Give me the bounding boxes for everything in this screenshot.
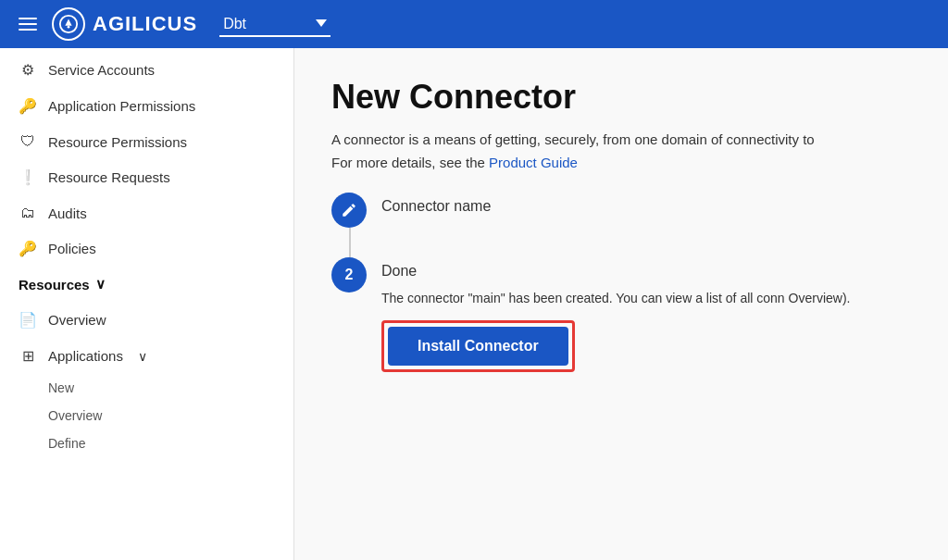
page-title: New Connector <box>331 78 911 117</box>
description-line-1: A connector is a means of getting, secur… <box>331 131 911 147</box>
step-1-circle <box>331 193 367 228</box>
document-icon: 📄 <box>19 311 37 329</box>
sidebar-item-application-permissions[interactable]: 🔑 Application Permissions <box>0 88 293 124</box>
resources-label: Resources <box>19 277 90 292</box>
shield-icon: 🛡 <box>19 133 37 150</box>
sidebar-item-resource-requests[interactable]: ❕ Resource Requests <box>0 159 293 195</box>
sub-item-label: New <box>48 380 74 395</box>
sidebar-sub-item-define[interactable]: Define <box>0 429 293 457</box>
sub-item-label: Overview <box>48 408 102 423</box>
resources-section-header[interactable]: Resources ∨ <box>0 267 293 302</box>
step-2-number: 2 <box>345 267 354 283</box>
briefcase-icon: 🗂 <box>19 205 37 221</box>
sidebar-item-overview[interactable]: 📄 Overview <box>0 302 293 338</box>
step-1: Connector name <box>331 193 911 228</box>
grid-icon: ⊞ <box>19 347 37 365</box>
install-button-wrapper: Install Connector <box>381 320 575 372</box>
applications-chevron-icon: ∨ <box>138 349 147 364</box>
sidebar: ⚙ Service Accounts 🔑 Application Permiss… <box>0 48 294 560</box>
step-2-title: Done <box>381 263 417 279</box>
logo-text: AGILICUS <box>93 12 197 36</box>
sidebar-sub-item-new[interactable]: New <box>0 374 293 402</box>
policy-key-icon: 🔑 <box>19 240 37 257</box>
sidebar-item-label: Resource Permissions <box>48 134 187 150</box>
description-line-2: For more details, see the Product Guide <box>331 155 911 170</box>
description-prefix: For more details, see the <box>331 155 489 170</box>
sidebar-item-label: Audits <box>48 205 87 221</box>
tenant-dropdown[interactable]: Dbt <box>219 12 331 37</box>
sidebar-item-resource-permissions[interactable]: 🛡 Resource Permissions <box>0 124 293 159</box>
step-connector <box>349 228 351 257</box>
step-1-content: Connector name <box>381 193 491 215</box>
product-guide-link[interactable]: Product Guide <box>489 155 578 170</box>
main-content: New Connector A connector is a means of … <box>294 48 948 560</box>
step-2: 2 Done The connector "main" has been cre… <box>331 257 911 372</box>
sidebar-item-label: Policies <box>48 241 96 256</box>
sidebar-item-service-accounts[interactable]: ⚙ Service Accounts <box>0 52 293 88</box>
sidebar-item-label: Applications <box>48 348 123 364</box>
logo-icon <box>52 7 85 41</box>
logo: AGILICUS <box>52 7 197 41</box>
alert-icon: ❕ <box>19 168 37 186</box>
step-1-title: Connector name <box>381 198 491 214</box>
step-2-body: The connector "main" has been created. Y… <box>381 291 850 305</box>
step-2-circle: 2 <box>331 257 367 292</box>
sidebar-item-label: Application Permissions <box>48 98 195 114</box>
sidebar-item-label: Service Accounts <box>48 62 155 78</box>
sidebar-item-policies[interactable]: 🔑 Policies <box>0 230 293 267</box>
menu-button[interactable] <box>15 14 41 34</box>
sidebar-sub-item-overview[interactable]: Overview <box>0 402 293 429</box>
chevron-down-icon: ∨ <box>95 276 106 292</box>
sidebar-item-label: Resource Requests <box>48 169 170 185</box>
sidebar-item-audits[interactable]: 🗂 Audits <box>0 195 293 230</box>
app-header: AGILICUS Dbt <box>0 0 948 48</box>
svg-point-1 <box>68 26 70 29</box>
install-connector-button[interactable]: Install Connector <box>388 327 568 366</box>
sidebar-item-label: Overview <box>48 312 106 328</box>
step-2-content: Done The connector "main" has been creat… <box>381 257 850 372</box>
gear-icon: ⚙ <box>19 61 37 79</box>
steps-container: Connector name 2 Done The connector "mai… <box>331 193 911 372</box>
logo-svg <box>58 14 79 34</box>
sub-item-label: Define <box>48 436 85 451</box>
edit-icon <box>341 202 357 218</box>
main-container: ⚙ Service Accounts 🔑 Application Permiss… <box>0 48 948 560</box>
key-icon: 🔑 <box>19 97 37 115</box>
sidebar-item-applications[interactable]: ⊞ Applications ∨ <box>0 338 293 374</box>
